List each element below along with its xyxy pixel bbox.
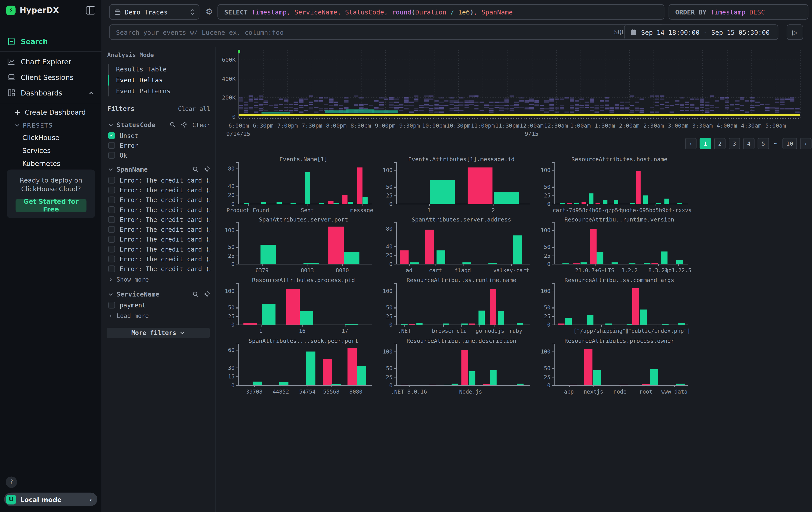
bar[interactable]	[262, 304, 276, 325]
bar[interactable]	[305, 172, 310, 204]
bar[interactable]	[410, 262, 419, 264]
bar[interactable]	[651, 263, 658, 264]
bar[interactable]	[409, 324, 415, 325]
bar[interactable]	[425, 230, 434, 264]
bar[interactable]	[603, 200, 607, 204]
page-prev-button[interactable]: ‹	[685, 138, 696, 150]
checkbox[interactable]	[108, 226, 115, 233]
bar[interactable]	[277, 203, 282, 204]
filter-section-header[interactable]: StatusCodeClear	[102, 115, 215, 131]
bar[interactable]	[597, 252, 604, 264]
bar[interactable]	[468, 323, 475, 325]
bar[interactable]	[494, 193, 519, 204]
sidebar-item-kubernetes[interactable]: Kubernetes	[0, 157, 102, 170]
magnifier-icon[interactable]	[192, 166, 199, 172]
bar[interactable]	[444, 384, 451, 385]
bar[interactable]	[513, 235, 522, 264]
search-input[interactable]	[115, 28, 614, 37]
bar[interactable]	[483, 384, 490, 385]
filter-checkbox-row[interactable]: Error: The credit card (…	[102, 254, 215, 264]
bar[interactable]	[443, 324, 449, 325]
page-next-button[interactable]: ›	[800, 138, 811, 150]
bar[interactable]	[331, 384, 341, 385]
bar[interactable]	[357, 366, 366, 385]
filter-checkbox-row[interactable]: Error: The credit card (…	[102, 215, 215, 224]
bar[interactable]	[261, 245, 276, 264]
bar[interactable]	[619, 385, 628, 385]
bar[interactable]	[569, 384, 577, 385]
bar[interactable]	[677, 203, 682, 204]
bar[interactable]	[605, 323, 612, 325]
show-more-button[interactable]: Show more	[102, 274, 215, 285]
magnifier-icon[interactable]	[169, 121, 176, 128]
bar[interactable]	[656, 203, 661, 204]
help-button[interactable]: ?	[6, 476, 17, 488]
bar[interactable]	[590, 228, 597, 264]
filter-checkbox-row[interactable]: Error: The credit card (…	[102, 185, 215, 195]
more-filters-button[interactable]: More filters	[107, 328, 210, 338]
bar[interactable]	[562, 263, 569, 264]
get-started-button[interactable]: Get Started for Free	[16, 199, 86, 212]
page-button[interactable]: 4	[743, 138, 754, 150]
checkbox[interactable]	[108, 196, 115, 203]
checkbox[interactable]	[108, 187, 115, 193]
show-more-button[interactable]: Load more	[102, 310, 215, 321]
bar[interactable]	[636, 171, 641, 204]
bar[interactable]	[664, 199, 669, 204]
bar[interactable]	[628, 263, 635, 264]
bar[interactable]	[401, 384, 408, 385]
bar[interactable]	[253, 382, 262, 385]
bar[interactable]	[584, 349, 592, 385]
gear-icon[interactable]: ⚙	[204, 7, 214, 17]
bar[interactable]	[429, 385, 436, 385]
bar[interactable]	[676, 260, 683, 264]
bar[interactable]	[596, 203, 600, 204]
filter-section-header[interactable]: SpanName	[102, 160, 215, 176]
source-select[interactable]: Demo Traces	[109, 4, 199, 20]
checkbox[interactable]	[108, 302, 115, 308]
checkbox[interactable]	[108, 216, 115, 223]
bar[interactable]	[334, 203, 339, 204]
page-button[interactable]: 3	[729, 138, 740, 150]
clear-all-button[interactable]: Clear all	[178, 105, 210, 112]
checkbox[interactable]: ✓	[108, 132, 115, 139]
bar[interactable]	[416, 323, 422, 325]
section-clear-button[interactable]: Clear	[192, 121, 210, 129]
pin-icon[interactable]	[203, 291, 210, 298]
chevron-up-icon[interactable]	[88, 90, 94, 96]
page-button[interactable]: 1	[700, 138, 711, 150]
pin-icon[interactable]	[181, 121, 188, 128]
bar[interactable]	[630, 203, 635, 204]
bar[interactable]	[279, 382, 289, 385]
magnifier-icon[interactable]	[192, 291, 199, 298]
timeline-chart[interactable]: 600K400K200K06:00pm6:30pm7:00pm7:30pm8:0…	[216, 47, 812, 151]
bar[interactable]	[243, 323, 257, 325]
bar[interactable]	[588, 193, 593, 204]
bar[interactable]	[661, 251, 667, 264]
bar[interactable]	[468, 167, 492, 204]
analysis-mode-item[interactable]: Event Deltas	[108, 75, 215, 85]
bar[interactable]	[567, 203, 572, 204]
checkbox[interactable]	[108, 246, 115, 252]
checkbox[interactable]	[108, 236, 115, 243]
bar[interactable]	[574, 203, 579, 204]
bar[interactable]	[468, 371, 475, 385]
bar[interactable]	[344, 252, 359, 264]
lang-sql[interactable]: SQL	[614, 28, 626, 36]
bar[interactable]	[632, 288, 639, 325]
bar[interactable]	[517, 383, 524, 385]
bar[interactable]	[462, 263, 471, 264]
pin-icon[interactable]	[203, 166, 210, 172]
bar[interactable]	[303, 263, 319, 264]
filter-checkbox-row[interactable]: Error: The credit card (…	[102, 195, 215, 205]
filter-section-header[interactable]: ServiceName	[102, 285, 215, 300]
bar[interactable]	[291, 203, 296, 204]
bar[interactable]	[560, 203, 565, 204]
bar[interactable]	[400, 251, 409, 264]
checkbox[interactable]	[108, 177, 115, 183]
local-mode-menu[interactable]: U Local mode ›	[4, 493, 97, 506]
bar[interactable]	[581, 263, 587, 264]
bar[interactable]	[401, 324, 408, 325]
filter-checkbox-row[interactable]: Ok	[102, 150, 215, 160]
sidebar-item-chart-explorer[interactable]: Chart Explorer	[0, 54, 102, 70]
